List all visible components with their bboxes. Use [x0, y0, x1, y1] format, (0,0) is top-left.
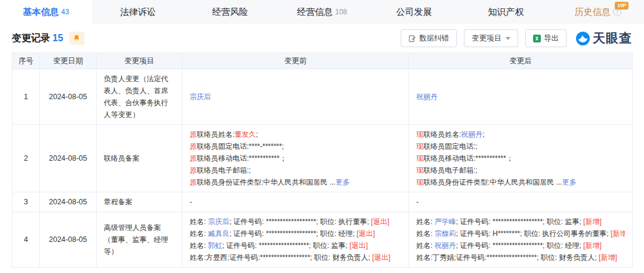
person-link[interactable]: 祝丽丹 [416, 93, 438, 101]
monitor-bell-button[interactable] [69, 32, 85, 45]
cell-change-project: 联络员备案 [97, 125, 182, 192]
table-row: 42024-08-05高级管理人员备案（董事、监事、经理等）姓名: 宗庆后; 证… [13, 212, 633, 268]
cell-change-project: 负责人变更（法定代表人、负责人、首席代表、合伙事务执行人等变更） [97, 69, 182, 125]
text: 姓名: [416, 217, 435, 226]
table-header-row: 序号变更日期变更项目变更前变更后 [13, 53, 633, 69]
cell-line: 现联络员姓名:祝丽丹; [416, 128, 625, 140]
text: ; 证件号码: ******************; 职位: 监事; [222, 241, 349, 250]
cell-line: 姓名: 严学峰; 证件号码: ******************; 职位: 监… [416, 216, 625, 228]
vip-badge: VIP [615, 2, 628, 10]
tab-business-info[interactable]: 经营信息108 [276, 0, 368, 24]
tab-legal-litigation[interactable]: 法律诉讼 [92, 0, 184, 24]
cell-line: 姓名: 宗馥莉; 证件号码: H********; 职位: 执行公司事务的董事;… [416, 228, 625, 240]
text: ; 证件号码: ******************; 职位: 经理; [456, 241, 583, 250]
red-text: 原 [190, 178, 197, 186]
section-title: 变更记录 [12, 32, 50, 45]
text: 姓名:方昱西;证件号码:******************; 职位: 财务负责… [190, 253, 372, 262]
cell-before-change: 原联络员姓名:董发久;原联络员固定电话:****-*******;原联络员移动电… [182, 125, 409, 192]
person-link[interactable]: 宗庆后 [208, 217, 230, 226]
more-link[interactable]: 更多 [336, 178, 350, 186]
tab-business-risk[interactable]: 经营风险 [184, 0, 276, 24]
cell-line: 现联络员身份证件类型:中华人民共和国居民 ...更多 [416, 176, 625, 188]
text: 联络员姓名: [197, 130, 234, 139]
person-link[interactable]: 严学峰 [435, 217, 456, 226]
chevron-down-icon [506, 37, 510, 40]
red-text: [退出] [372, 253, 391, 262]
change-records-table: 序号变更日期变更项目变更前变更后 12024-08-05负责人变更（法定代表人、… [12, 53, 633, 268]
change-project-dropdown[interactable]: 变更项目 [464, 29, 518, 47]
cell-change-date: 2024-08-05 [40, 69, 97, 125]
red-text: [新增] [583, 217, 602, 226]
page: 基本信息43法律诉讼经营风险经营信息108公司发展知识产权历史信息VIP? 变更… [0, 0, 644, 268]
cell-line: 宗庆后 [190, 91, 401, 103]
text: 联络员姓名: [423, 130, 461, 139]
person-link[interactable]: 郭虹 [208, 241, 222, 250]
export-button[interactable]: 导出 [525, 29, 566, 47]
cell-line: 姓名: 臧真良; 证件号码: ******************; 职位: 经… [190, 228, 401, 240]
change-records-table-wrap: 序号变更日期变更项目变更前变更后 12024-08-05负责人变更（法定代表人、… [0, 53, 644, 268]
text: ; [256, 130, 258, 139]
cell-after-change: - [409, 192, 633, 212]
text: 姓名: [416, 229, 435, 238]
column-header: 变更后 [409, 53, 633, 69]
more-link[interactable]: 更多 [562, 178, 577, 186]
red-text: 现 [416, 142, 423, 151]
person-link[interactable]: 祝丽丹 [435, 241, 456, 250]
tab-company-development[interactable]: 公司发展 [368, 0, 460, 24]
tab-label: 法律诉讼 [120, 7, 156, 18]
table-row: 32024-08-05章程备案-- [13, 192, 633, 212]
table-body: 12024-08-05负责人变更（法定代表人、负责人、首席代表、合伙事务执行人等… [13, 69, 633, 268]
bell-icon [73, 34, 80, 42]
tianyancha-logo: 天眼查 [576, 30, 632, 47]
column-header: 变更日期 [40, 53, 97, 69]
person-link[interactable]: 宗庆后 [190, 93, 211, 101]
tab-basic-info[interactable]: 基本信息43 [0, 0, 92, 24]
cell-before-change: 宗庆后 [182, 69, 409, 125]
tab-label: 经营信息 [297, 7, 333, 18]
text: 联络员移动电话:***********； [197, 154, 287, 162]
text: ... [327, 178, 335, 186]
red-text: 董发久 [234, 130, 256, 139]
data-correction-button[interactable]: 数据纠错 [401, 29, 457, 47]
cell-before-change: 姓名: 宗庆后; 证件号码: ******************; 职位: 执… [182, 212, 409, 268]
cell-line: 原联络员身份证件类型:中华人民共和国居民 ...更多 [190, 176, 401, 188]
text: ; 证件号码: ******************; 职位: 监事; [456, 217, 583, 226]
red-text: 现 [416, 166, 423, 174]
cell-change-date: 2024-08-05 [40, 212, 97, 268]
text: 联络员固定电话:; [423, 142, 478, 151]
cell-index: 3 [13, 192, 40, 212]
red-text: 原 [190, 154, 197, 162]
cell-after-change: 现联络员姓名:祝丽丹;现联络员固定电话:;现联络员移动电话:**********… [409, 125, 633, 192]
person-link[interactable]: 臧真良 [208, 229, 230, 238]
tab-count-badge: 43 [61, 8, 69, 16]
data-correction-icon [408, 35, 416, 42]
text: 联络员移动电话:***********； [423, 154, 513, 162]
red-text: 原 [190, 130, 197, 139]
cell-line: 原联络员移动电话:***********； [190, 152, 401, 164]
tab-history-info[interactable]: 历史信息VIP? [552, 0, 644, 24]
cell-line: 姓名:方昱西;证件号码:******************; 职位: 财务负责… [190, 251, 401, 263]
tab-label: 基本信息 [23, 7, 58, 18]
tab-intellectual-property[interactable]: 知识产权 [460, 0, 552, 24]
text: ; 证件号码: ******************; 职位: 执行董事; [230, 217, 371, 226]
section-header: 变更记录 15 [12, 32, 85, 45]
cell-line: - [416, 196, 625, 208]
red-text: 现 [416, 154, 423, 162]
cell-change-date: 2024-08-05 [40, 125, 97, 192]
tab-bar: 基本信息43法律诉讼经营风险经营信息108公司发展知识产权历史信息VIP? [0, 0, 644, 24]
cell-line: 原联络员姓名:董发久; [190, 128, 401, 140]
cell-after-change: 姓名: 严学峰; 证件号码: ******************; 职位: 监… [409, 212, 633, 268]
column-header: 序号 [13, 53, 40, 69]
change-project-label: 变更项目 [472, 33, 501, 44]
red-text: 原 [190, 142, 197, 151]
tianyancha-logo-icon [576, 32, 590, 45]
person-link[interactable]: 祝丽丹 [461, 130, 482, 139]
text: 姓名: [416, 241, 435, 250]
cell-line: 祝丽丹 [416, 91, 625, 103]
text: - [416, 198, 419, 206]
text: 联络员身份证件类型:中华人民共和国居民 [423, 178, 554, 186]
cell-change-project: 高级管理人员备案（董事、监事、经理等） [97, 212, 182, 268]
red-text: 现 [416, 178, 423, 186]
person-link[interactable]: 宗馥莉 [435, 229, 456, 238]
tianyancha-logo-text: 天眼查 [593, 30, 632, 47]
